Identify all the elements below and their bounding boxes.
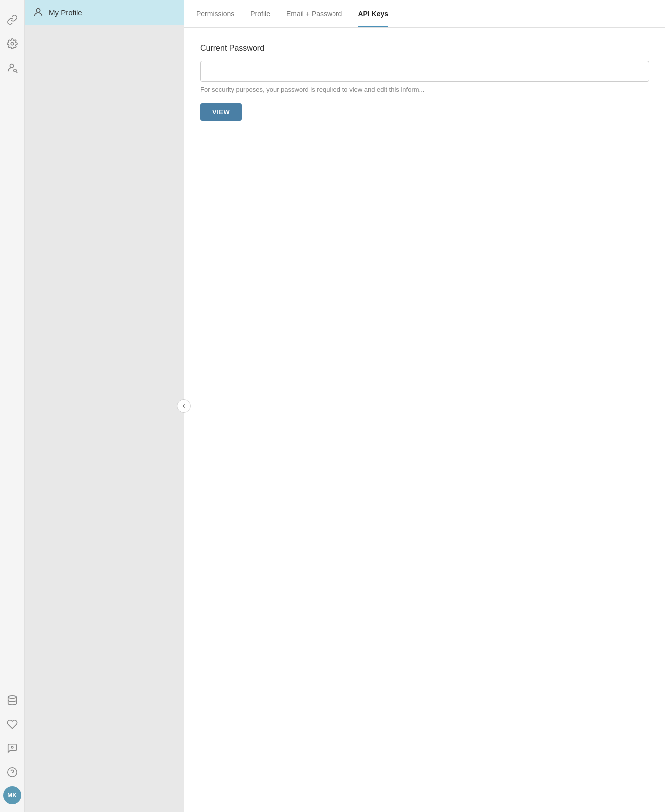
link-icon-button[interactable]: [2, 10, 22, 30]
svg-point-1: [10, 64, 13, 68]
sidebar-item-my-profile[interactable]: My Profile: [25, 0, 184, 25]
database-icon-button[interactable]: [2, 690, 22, 710]
help-icon-button[interactable]: [2, 762, 22, 782]
main-content: Permissions Profile Email + Password API…: [184, 0, 665, 812]
svg-point-4: [8, 696, 16, 699]
helper-text: For security purposes, your password is …: [200, 86, 649, 93]
svg-point-2: [13, 69, 16, 72]
tab-profile[interactable]: Profile: [250, 1, 270, 27]
user-avatar[interactable]: MK: [3, 786, 21, 804]
collapse-sidebar-button[interactable]: [177, 399, 191, 413]
contact-icon-button[interactable]: [2, 738, 22, 758]
user-search-icon-button[interactable]: [2, 58, 22, 78]
svg-point-6: [7, 768, 16, 777]
svg-point-5: [11, 746, 13, 748]
svg-line-3: [16, 72, 17, 73]
tab-api-keys[interactable]: API Keys: [358, 1, 388, 27]
content-area: Current Password For security purposes, …: [184, 28, 665, 812]
svg-point-8: [36, 9, 40, 12]
current-password-input[interactable]: [200, 61, 649, 82]
tab-email-password[interactable]: Email + Password: [286, 1, 342, 27]
nav-sidebar: My Profile: [25, 0, 184, 812]
svg-point-0: [11, 42, 14, 45]
favorites-icon-button[interactable]: [2, 714, 22, 734]
icon-sidebar: MK: [0, 0, 25, 812]
settings-icon-button[interactable]: [2, 34, 22, 54]
view-button[interactable]: VIEW: [200, 103, 242, 121]
tab-permissions[interactable]: Permissions: [196, 1, 234, 27]
section-title: Current Password: [200, 44, 649, 53]
tabs-bar: Permissions Profile Email + Password API…: [184, 0, 665, 28]
sidebar-item-label: My Profile: [49, 8, 82, 17]
